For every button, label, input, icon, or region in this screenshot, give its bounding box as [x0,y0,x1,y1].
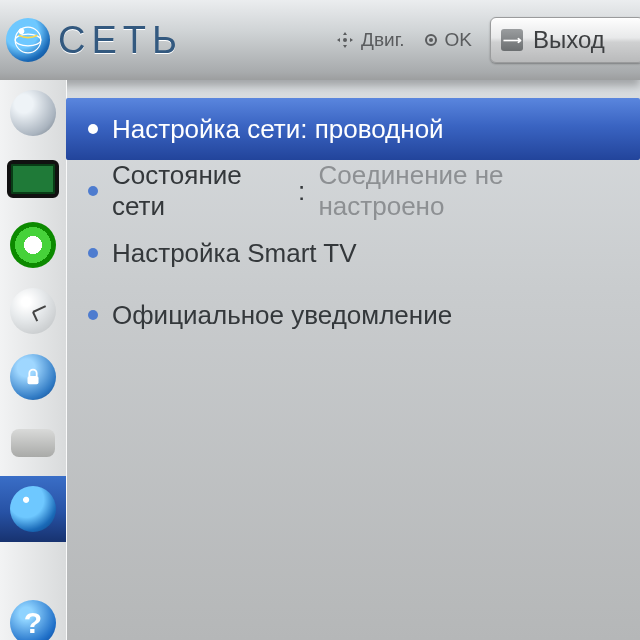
header-bar: СЕТЬ Двиг. OK ⟶ Выход [0,0,640,80]
bullet-icon [88,124,98,134]
menu-item-label: Официальное уведомление [112,300,452,331]
menu-item-value: Соединение не настроено [319,160,618,222]
network-icon [6,18,50,62]
menu-item-label: Настройка Smart TV [112,238,357,269]
sidebar-item-time[interactable] [0,278,66,344]
tv-icon [7,160,59,198]
menu-item-network-status[interactable]: Состояние сети : Соединение не настроено [66,160,640,222]
bullet-icon [88,248,98,258]
help-icon: ? [10,600,56,640]
menu-item-notice[interactable]: Официальное уведомление [66,284,640,346]
exit-button[interactable]: ⟶ Выход [490,17,640,63]
sidebar: ? [0,80,67,640]
sidebar-item-network[interactable] [0,476,66,542]
hint-ok-label: OK [445,29,472,51]
satellite-dish-icon [10,90,56,136]
svg-point-4 [429,38,433,42]
svg-point-2 [343,38,347,42]
hint-move-label: Двиг. [361,29,404,51]
menu-item-value: проводной [315,114,444,145]
sidebar-item-sound[interactable] [0,212,66,278]
lock-icon [10,354,56,400]
hint-ok: OK [423,29,472,51]
menu-item-smart-tv[interactable]: Настройка Smart TV [66,222,640,284]
ok-dot-icon [423,32,439,48]
tv-settings-screen: СЕТЬ Двиг. OK ⟶ Выход [0,0,640,640]
page-title: СЕТЬ [58,19,183,62]
nav-hints: Двиг. OK ⟶ Выход [335,17,640,63]
menu-panel: Настройка сети: проводной Состояние сети… [66,80,640,640]
menu-item-label: Настройка сети [112,114,300,145]
svg-rect-5 [28,376,39,384]
menu-item-label: Состояние сети [112,160,291,222]
bullet-icon [88,310,98,320]
speaker-icon [10,222,56,268]
globe-icon [10,486,56,532]
bullet-icon [88,186,98,196]
hint-move: Двиг. [335,29,404,51]
toolbox-icon [11,429,55,457]
sidebar-item-channel[interactable] [0,80,66,146]
exit-label: Выход [533,26,605,54]
sidebar-item-picture[interactable] [0,146,66,212]
sidebar-item-support[interactable]: ? [0,590,66,640]
svg-point-0 [15,27,41,53]
sidebar-item-lock[interactable] [0,344,66,410]
clock-icon [10,288,56,334]
sidebar-item-setup[interactable] [0,410,66,476]
menu-item-network-setup[interactable]: Настройка сети: проводной [66,98,640,160]
dpad-icon [335,30,355,50]
exit-icon: ⟶ [501,29,523,51]
